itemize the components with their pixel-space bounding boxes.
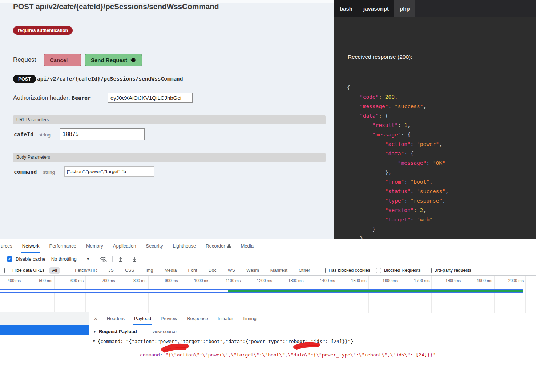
endpoint-path: api/v2/cafe/{cafeId}/pcSessions/sendWssC… bbox=[37, 76, 183, 82]
response-json-line: "target": "web" bbox=[347, 215, 448, 224]
network-conditions-icon[interactable] bbox=[99, 256, 107, 262]
filter-chip-font[interactable]: Font bbox=[185, 267, 200, 274]
response-json-line: "code": 200, bbox=[347, 92, 448, 102]
timeline-tick-label: 1500 ms bbox=[351, 278, 368, 283]
payload-preview-text: {command: "{"action":"power","target":"b… bbox=[97, 339, 353, 344]
timeline-gridline bbox=[243, 276, 243, 313]
filter-chip-all[interactable]: All bbox=[49, 267, 60, 274]
devtools-tab-label: Performance bbox=[49, 243, 76, 249]
third-party-requests-checkbox[interactable] bbox=[427, 268, 432, 273]
timeline-gridline bbox=[337, 276, 337, 313]
send-request-button-label: Send Request bbox=[91, 57, 127, 63]
view-source-link[interactable]: view source bbox=[153, 329, 177, 334]
devtools-tab-application[interactable]: Application bbox=[113, 239, 136, 253]
overview-download-segment bbox=[228, 290, 523, 292]
network-filter-bar: Hide data URLs AllFetch/XHRJSCSSImgMedia… bbox=[0, 265, 536, 276]
devtools-tab-media[interactable]: Media bbox=[241, 239, 254, 253]
response-json-line: "data": { bbox=[347, 149, 448, 158]
devtools-tab-recorder[interactable]: Recorder bbox=[206, 239, 231, 253]
filter-chip-media[interactable]: Media bbox=[162, 267, 179, 274]
timeline-tick-label: 600 ms bbox=[70, 278, 85, 283]
request-payload-title: Request Payload bbox=[99, 329, 137, 334]
disable-cache-checkbox[interactable]: ✓ bbox=[7, 256, 12, 262]
filter-chips: AllFetch/XHRJSCSSImgMediaFontDocWSWasmMa… bbox=[49, 267, 313, 274]
payload-key: command bbox=[140, 352, 160, 358]
send-request-button[interactable]: Send Request bbox=[85, 54, 142, 66]
cancel-square-icon bbox=[71, 58, 75, 62]
http-method-pill: POST bbox=[13, 75, 36, 83]
response-json-line: "action": "power", bbox=[347, 139, 448, 149]
throttling-dropdown-caret[interactable]: ▼ bbox=[86, 257, 90, 261]
cancel-button[interactable]: Cancel bbox=[44, 54, 81, 66]
timeline-tick-label: 400 ms bbox=[8, 278, 23, 283]
code-example-panel: bashjavascriptphp Received response (200… bbox=[334, 0, 536, 239]
command-input[interactable] bbox=[64, 166, 154, 177]
timeline-tick-label: 900 ms bbox=[165, 278, 180, 283]
auth-token-input[interactable] bbox=[108, 93, 193, 103]
filter-chip-wasm[interactable]: Wasm bbox=[244, 267, 262, 274]
code-tab-bash[interactable]: bash bbox=[334, 0, 358, 17]
response-json-line: "data": { bbox=[347, 111, 448, 121]
payload-value: "{\"action\":\"power\",\"target\":\"boot… bbox=[165, 352, 436, 358]
filter-chip-doc[interactable]: Doc bbox=[206, 267, 219, 274]
timeline-gridline bbox=[211, 276, 211, 313]
timeline-tick-label: 1700 ms bbox=[414, 278, 431, 283]
filter-chip-fetch-xhr[interactable]: Fetch/XHR bbox=[72, 267, 100, 274]
response-json-line: "status": "success", bbox=[347, 187, 448, 196]
has-blocked-cookies-checkbox[interactable] bbox=[321, 268, 326, 273]
cafeid-input[interactable] bbox=[60, 128, 145, 140]
details-tab-initiator[interactable]: Initiator bbox=[218, 312, 233, 325]
details-tab-timing[interactable]: Timing bbox=[242, 312, 257, 325]
details-tab-response[interactable]: Response bbox=[187, 312, 208, 325]
filter-chip-ws[interactable]: WS bbox=[225, 267, 238, 274]
devtools-tab-performance[interactable]: Performance bbox=[49, 239, 76, 253]
network-overview-timeline[interactable]: 400 ms500 ms600 ms700 ms800 ms900 ms1000… bbox=[0, 276, 536, 313]
selected-request-row[interactable] bbox=[0, 325, 89, 335]
close-icon[interactable]: × bbox=[94, 315, 97, 322]
devtools-tabbar: urcesNetworkPerformanceMemoryApplication… bbox=[0, 239, 536, 253]
code-tab-php[interactable]: php bbox=[394, 0, 415, 17]
collapse-triangle-icon[interactable]: ▼ bbox=[93, 330, 96, 334]
devtools-tab-security[interactable]: Security bbox=[146, 239, 163, 253]
import-har-icon[interactable] bbox=[118, 256, 124, 262]
command-param-type: string bbox=[43, 170, 55, 175]
timeline-gridline bbox=[494, 276, 495, 313]
timeline-gridline bbox=[117, 276, 117, 313]
timeline-gridline bbox=[180, 276, 180, 313]
details-tab-headers[interactable]: Headers bbox=[107, 312, 125, 325]
screenshot-root: POST api/v2/cafe/{cafeId}/pcSessions/sen… bbox=[0, 0, 536, 392]
filter-chip-css[interactable]: CSS bbox=[122, 267, 137, 274]
filter-chip-js[interactable]: JS bbox=[106, 267, 116, 274]
request-label: Request bbox=[13, 56, 36, 64]
request-payload-section[interactable]: ▼ Request Payload view source bbox=[93, 329, 536, 334]
timeline-tick-label: 1400 ms bbox=[320, 278, 337, 283]
response-json-line: } bbox=[347, 234, 448, 239]
code-tab-javascript[interactable]: javascript bbox=[358, 0, 394, 17]
export-har-icon[interactable] bbox=[132, 256, 137, 262]
devtools-tab-network[interactable]: Network bbox=[22, 239, 40, 253]
devtools-tab-memory[interactable]: Memory bbox=[86, 239, 103, 253]
received-response-title: Received response (200): bbox=[348, 54, 412, 60]
devtools-tab-label: Security bbox=[146, 243, 163, 249]
filter-chip-manifest[interactable]: Manifest bbox=[268, 267, 290, 274]
details-tab-payload[interactable]: Payload bbox=[134, 312, 151, 325]
devtools-tab-label: Application bbox=[113, 243, 136, 249]
devtools-tab-urces[interactable]: urces bbox=[1, 239, 12, 253]
api-docs-panel: POST api/v2/cafe/{cafeId}/pcSessions/sen… bbox=[0, 0, 334, 239]
devtools-tab-lighthouse[interactable]: Lighthouse bbox=[173, 239, 196, 253]
cancel-button-label: Cancel bbox=[50, 57, 68, 63]
blocked-requests-checkbox[interactable] bbox=[376, 268, 381, 273]
throttling-select[interactable]: No throttling bbox=[51, 256, 77, 262]
response-json-line: "message": "OK" bbox=[347, 158, 448, 168]
filter-chip-other[interactable]: Other bbox=[296, 267, 313, 274]
hide-data-urls-checkbox[interactable] bbox=[4, 268, 9, 273]
filter-chip-img[interactable]: Img bbox=[143, 267, 156, 274]
response-json-line: "message": "success", bbox=[347, 102, 448, 111]
cafeid-param-name: cafeId bbox=[14, 131, 33, 138]
requests-column-header[interactable] bbox=[0, 312, 89, 325]
expand-triangle-icon[interactable]: ▼ bbox=[93, 339, 95, 343]
third-party-requests-label: 3rd-party requests bbox=[435, 268, 471, 273]
payload-preview-line[interactable]: ▼{command: "{"action":"power","target":"… bbox=[93, 339, 536, 344]
details-tab-preview[interactable]: Preview bbox=[161, 312, 177, 325]
timeline-tick-label: 1900 ms bbox=[477, 278, 494, 283]
